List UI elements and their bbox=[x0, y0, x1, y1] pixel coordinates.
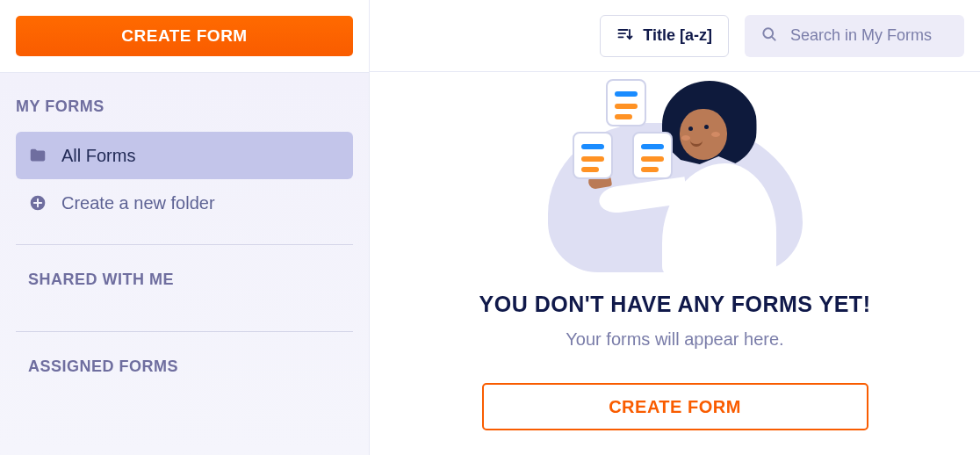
sidebar-scroll[interactable]: MY FORMS All Forms Create a new folder S… bbox=[0, 73, 369, 455]
topbar: Title [a-z] bbox=[370, 0, 980, 72]
sidebar-item-create-folder[interactable]: Create a new folder bbox=[16, 179, 353, 227]
search-wrap[interactable] bbox=[745, 15, 964, 57]
document-icon bbox=[606, 79, 646, 126]
document-icon bbox=[573, 132, 613, 179]
empty-illustration bbox=[548, 79, 803, 272]
empty-state: YOU DON'T HAVE ANY FORMS YET! Your forms… bbox=[370, 72, 980, 455]
empty-subtitle: Your forms will appear here. bbox=[566, 329, 783, 350]
section-label-my-forms: MY FORMS bbox=[16, 73, 353, 132]
plus-circle-icon bbox=[28, 193, 47, 213]
sidebar-item-all-forms[interactable]: All Forms bbox=[16, 132, 353, 179]
sidebar-item-label: Create a new folder bbox=[61, 193, 215, 213]
sidebar-top: CREATE FORM bbox=[0, 0, 369, 73]
main: Title [a-z] bbox=[369, 0, 980, 455]
section-shared-with-me[interactable]: SHARED WITH ME bbox=[16, 245, 353, 314]
create-form-button[interactable]: CREATE FORM bbox=[16, 16, 353, 56]
section-label-shared: SHARED WITH ME bbox=[28, 271, 174, 289]
app-root: CREATE FORM MY FORMS All Forms Create a … bbox=[0, 0, 980, 455]
document-icon bbox=[632, 132, 673, 179]
search-input[interactable] bbox=[790, 26, 948, 45]
sort-button[interactable]: Title [a-z] bbox=[600, 15, 729, 57]
sort-icon bbox=[616, 25, 634, 46]
sidebar-item-label: All Forms bbox=[61, 146, 135, 166]
section-assigned-forms[interactable]: ASSIGNED FORMS bbox=[16, 332, 353, 401]
search-icon bbox=[760, 25, 778, 47]
folder-icon bbox=[28, 146, 47, 165]
sort-label: Title [a-z] bbox=[643, 26, 712, 45]
scroll-spacer bbox=[16, 401, 353, 455]
sidebar: CREATE FORM MY FORMS All Forms Create a … bbox=[0, 0, 369, 455]
section-label-assigned: ASSIGNED FORMS bbox=[28, 358, 178, 376]
empty-title: YOU DON'T HAVE ANY FORMS YET! bbox=[479, 292, 871, 317]
empty-create-form-button[interactable]: CREATE FORM bbox=[482, 383, 868, 430]
